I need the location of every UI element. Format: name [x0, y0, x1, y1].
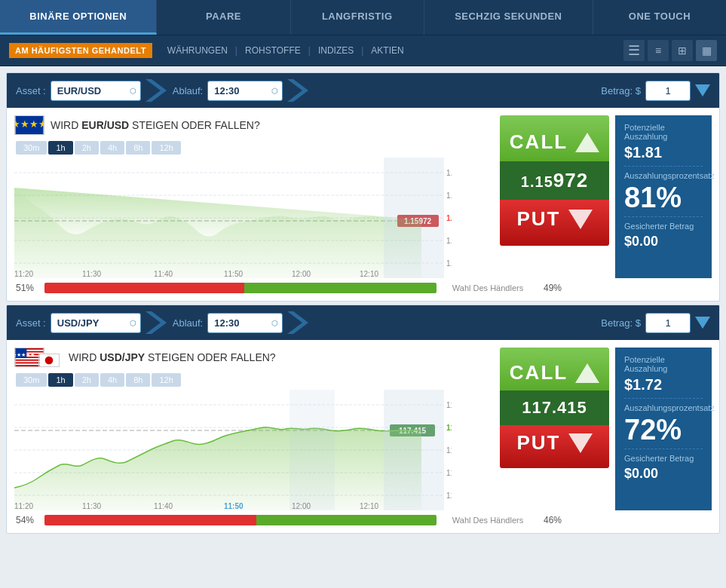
svg-text:12:10: 12:10 [360, 270, 378, 278]
tab-12h-1[interactable]: 12h [152, 141, 180, 155]
nav-item-paare[interactable]: PAARE [157, 0, 290, 35]
price-display-1: 1.15972 [500, 161, 609, 200]
view-grid-icon[interactable]: ⊞ [672, 40, 693, 61]
filter-indizes[interactable]: INDIZES [314, 43, 358, 58]
percent-label-1: Auszahlungsprozentsatz [624, 171, 703, 180]
price-main-1: 1.15 [521, 173, 553, 190]
view-large-grid-icon[interactable]: ▦ [696, 40, 717, 61]
sentiment-bar-1: 51% Wahl Des Händlers 49% [8, 278, 719, 301]
asset-select-wrapper-2: USD/JPY [51, 313, 141, 333]
svg-text:117.333: 117.333 [446, 492, 452, 500]
tab-1h-2[interactable]: 1h [48, 373, 72, 387]
arrow-separator-1b [287, 79, 310, 102]
flag-eu-icon: ★★★★★★★★★★★★ [14, 115, 44, 135]
svg-text:117.400: 117.400 [446, 446, 452, 455]
svg-marker-1 [287, 79, 308, 102]
sentiment-left-2: 54% [16, 515, 38, 525]
expiry-select-1[interactable]: 12:30 [207, 81, 283, 101]
separator-1: | [235, 45, 237, 56]
call-button-1[interactable]: CALL [500, 115, 609, 161]
asset-header-1: Asset : EUR/USD Ablauf: 12:30 Betrag: $ [7, 73, 719, 108]
view-icons: ☰ ≡ ⊞ ▦ [623, 40, 717, 61]
tab-30m-1[interactable]: 30m [16, 141, 47, 155]
tab-4h-2[interactable]: 4h [100, 373, 124, 387]
svg-marker-2 [695, 84, 710, 96]
svg-marker-27 [287, 311, 308, 334]
tab-2h-1[interactable]: 2h [75, 141, 99, 155]
expiry-select-wrapper-2: 12:30 [207, 313, 283, 333]
arrow-down-1 [695, 83, 710, 98]
sentiment-bar-2: 54% Wahl Des Händlers 46% [8, 510, 719, 533]
svg-rect-54 [289, 390, 335, 510]
payout-label-2: Potenzielle Auszahlung [624, 355, 703, 373]
chart-wrapper-1: 1.16059 1.16010 1.15972 1.15910 1.15861 … [14, 158, 494, 278]
svg-marker-26 [146, 311, 167, 334]
betrag-input-1[interactable] [645, 81, 691, 101]
chart-svg-1: 1.16059 1.16010 1.15972 1.15910 1.15861 … [14, 158, 452, 278]
expiry-label-1: Ablauf: [173, 85, 203, 96]
expiry-label-2: Ablauf: [173, 317, 203, 329]
chart-area-2: ★★★★★★ WIRD USD/JPY STEIGEN ODER FALLEN?… [14, 348, 494, 510]
nav-item-sechzig[interactable]: SECHZIG SEKUNDEN [424, 0, 593, 35]
sentiment-red-1 [44, 283, 244, 293]
price-display-2: 117.415 [500, 390, 609, 425]
expiry-select-2[interactable]: 12:30 [207, 313, 283, 333]
put-button-2[interactable]: PUT [500, 425, 609, 468]
price-2: 117.415 [522, 398, 587, 417]
sentiment-right-1: 49% [539, 283, 562, 293]
chart-area-1: ★★★★★★★★★★★★ WIRD EUR/USD STEIGEN ODER F… [14, 115, 494, 278]
asset-label-1: Asset : [16, 85, 46, 96]
call-button-2[interactable]: CALL [500, 348, 609, 390]
svg-text:117.415: 117.415 [446, 424, 452, 432]
tab-2h-2[interactable]: 2h [75, 373, 99, 387]
asset-select-1[interactable]: EUR/USD [51, 81, 141, 101]
asset-select-2[interactable]: USD/JPY [51, 313, 141, 333]
svg-text:12:00: 12:00 [292, 502, 311, 510]
info-panel-2: Potenzielle Auszahlung $1.72 Auszahlungs… [615, 348, 712, 510]
tab-12h-2[interactable]: 12h [152, 373, 180, 387]
tab-8h-1[interactable]: 8h [126, 141, 150, 155]
trade-buttons-2: CALL 117.415 PUT [500, 348, 609, 510]
nav-item-langfristig[interactable]: LANGFRISTIG [291, 0, 424, 35]
svg-text:11:40: 11:40 [154, 502, 173, 510]
put-label-1: PUT [517, 207, 561, 231]
triangle-down-1 [568, 210, 593, 229]
triangle-up-2 [575, 363, 599, 383]
filter-aktien[interactable]: AKTIEN [366, 43, 408, 58]
put-button-1[interactable]: PUT [500, 200, 609, 246]
nav-item-binaere[interactable]: BINÄRE OPTIONEN [0, 0, 157, 35]
widget-eurusd: Asset : EUR/USD Ablauf: 12:30 Betrag: $ [6, 72, 720, 302]
triangle-down-2 [568, 433, 593, 453]
separator-2: | [308, 45, 311, 56]
svg-text:1.16059: 1.16059 [446, 169, 452, 177]
filter-rohstoffe[interactable]: ROHSTOFFE [240, 43, 305, 58]
arrow-separator-1 [146, 79, 168, 102]
call-label-2: CALL [510, 361, 568, 384]
chart-wrapper-2: 117.433 117.415 117.400 117.367 117.333 … [14, 390, 494, 510]
svg-marker-28 [695, 317, 710, 329]
view-list-icon[interactable]: ☰ [623, 40, 645, 61]
view-compact-icon[interactable]: ≡ [648, 40, 669, 61]
tab-30m-2[interactable]: 30m [16, 373, 47, 387]
secured-label-1: Gesicherter Betrag [624, 222, 703, 231]
tab-8h-2[interactable]: 8h [126, 373, 150, 387]
separator-3: | [361, 45, 363, 56]
svg-marker-0 [146, 79, 167, 102]
chart-section-1: ★★★★★★★★★★★★ WIRD EUR/USD STEIGEN ODER F… [7, 108, 719, 278]
svg-text:12:00: 12:00 [292, 270, 311, 278]
svg-text:★★★★★★: ★★★★★★ [14, 351, 35, 358]
percent-value-1: 81% [624, 183, 703, 212]
payout-label-1: Potenzielle Auszahlung [624, 123, 703, 141]
tab-4h-1[interactable]: 4h [100, 141, 124, 155]
filter-waehrungen[interactable]: WÄHRUNGEN [163, 43, 232, 58]
sentiment-label-1: Wahl Des Händlers [443, 283, 533, 292]
filter-bar: AM HÄUFIGSTEN GEHANDELT WÄHRUNGEN | ROHS… [0, 35, 726, 66]
sentiment-left-1: 51% [16, 283, 38, 293]
tab-1h-1[interactable]: 1h [48, 141, 72, 155]
svg-text:1.15910: 1.15910 [446, 237, 452, 245]
nav-item-onetouch[interactable]: ONE TOUCH [593, 0, 726, 35]
filter-active-label[interactable]: AM HÄUFIGSTEN GEHANDELT [9, 43, 152, 58]
betrag-input-2[interactable] [645, 313, 691, 333]
chart-svg-2: 117.433 117.415 117.400 117.367 117.333 … [14, 390, 452, 510]
sentiment-green-2 [256, 515, 437, 525]
